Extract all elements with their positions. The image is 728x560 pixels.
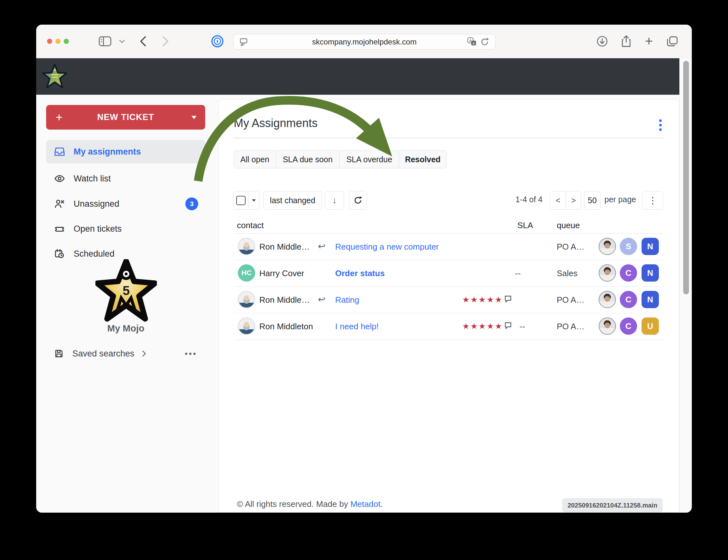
ticket-subject-link[interactable]: Requesting a new computer [335,242,439,252]
page-menu-kebab-icon[interactable] [654,118,667,132]
next-page-button[interactable]: > [566,191,581,209]
sidebar-item-label: Scheduled [74,249,115,259]
sidebar-item-label: Open tickets [74,224,122,234]
svg-text:x: x [473,42,475,45]
queue-name: PO A… [557,295,585,305]
column-header-contact[interactable]: contact [237,221,264,231]
contact-avatar [238,317,255,335]
table-divider [234,233,664,234]
url-text: skcompany.mojohelpdesk.com [312,37,417,46]
saved-searches-menu-icon[interactable] [185,353,196,355]
assignee-avatar[interactable] [599,264,616,281]
table-divider [234,286,664,287]
sidebar-toggle-icon[interactable] [97,34,113,48]
assignee-badge[interactable]: C [620,264,637,281]
ticket-subject-link[interactable]: I need help! [335,321,379,331]
footer-copyright: © All rights reserved. Made by Metadot. [237,499,383,509]
rating-stars: ★★★★★ [462,321,503,331]
pagination-range: 1-4 of 4 [515,195,543,204]
translate-icon[interactable]: Ax [467,37,477,47]
comment-icon [504,321,512,329]
new-ticket-button[interactable]: + NEW TICKET [46,105,205,130]
forward-button[interactable] [158,34,173,48]
contact-avatar [238,238,255,255]
page-settings-icon[interactable] [239,37,248,46]
tab-sla-overdue[interactable]: SLA overdue [340,151,399,168]
sidebar-item-label: Watch list [74,174,111,184]
chevron-right-icon [142,350,147,357]
new-tab-button[interactable]: + [642,34,656,48]
table-divider [234,339,664,340]
toolbar-chevron-down-icon[interactable] [117,34,127,48]
select-all-checkbox[interactable] [233,191,248,209]
page-size-input[interactable]: 50 [584,191,601,210]
reload-icon[interactable] [480,37,489,47]
assignee-badge[interactable]: C [620,291,637,308]
refresh-button[interactable] [349,191,367,210]
sort-direction-button[interactable]: ↓ [325,191,344,210]
assignee-avatar[interactable] [599,291,616,308]
ticket-subject-link[interactable]: Order status [335,269,385,279]
build-version-badge: 20250916202104Z.11258.main [562,498,663,512]
per-page-label: per page [604,195,636,204]
minimize-window-button[interactable] [55,39,61,44]
sidebar-item-open-tickets[interactable]: Open tickets [46,217,205,241]
calendar-clock-icon [54,248,65,259]
page-scrollbar[interactable] [679,58,692,513]
queue-name: Sales [557,269,578,279]
tab-all-open[interactable]: All open [234,151,276,168]
pagination-buttons: < > [550,191,581,210]
assignee-badge[interactable]: U [642,317,659,335]
select-all-split-button [233,191,259,210]
assignee-avatar[interactable] [599,317,616,335]
tab-resolved[interactable]: Resolved [399,151,446,168]
column-header-queue[interactable]: queue [557,221,580,231]
rating-stars: ★★★★★ [462,295,503,304]
close-window-button[interactable] [47,39,52,44]
scrollbar-thumb[interactable] [683,61,689,294]
back-button[interactable] [136,34,150,48]
contact-name: Harry Cover [259,269,304,279]
list-menu-kebab-button[interactable]: ⋮ [643,191,663,210]
metadot-link[interactable]: Metadot [350,499,380,509]
company-logo[interactable] [42,63,68,90]
contact-avatar [238,291,255,308]
sla-value: -- [515,269,521,279]
contact-name: Ron Middle… [259,242,310,252]
filter-tabs: All open SLA due soon SLA overdue Resolv… [234,150,447,168]
new-ticket-label: NEW TICKET [97,112,154,122]
share-button[interactable] [619,34,633,48]
password-extension-icon[interactable] [210,34,224,48]
contact-name: Ron Middle… [259,295,310,305]
assignee-badge[interactable]: C [620,317,637,335]
ticket-icon [54,223,65,234]
table-divider [234,313,664,313]
downloads-button[interactable] [595,34,609,48]
assignee-badge[interactable]: N [642,238,659,255]
prev-page-button[interactable]: < [550,191,566,209]
unassigned-count-badge: 3 [185,198,198,210]
eye-icon [54,173,65,184]
select-menu-caret-icon[interactable] [248,191,259,209]
assignee-avatar[interactable] [599,238,616,255]
app-header: SK Company ! status.id:(50 OR 60) AND as… [36,58,679,95]
assignee-badge[interactable]: N [642,264,659,281]
browser-window: skcompany.mojohelpdesk.com Ax + [36,25,692,513]
tab-overview-button[interactable] [665,34,680,48]
tab-sla-due-soon[interactable]: SLA due soon [276,151,340,168]
mojo-star-graphic: 5 [95,259,157,322]
sidebar-item-watch-list[interactable]: Watch list [46,167,205,191]
sidebar-item-my-assignments[interactable]: My assignments [46,140,205,164]
sort-field-button[interactable]: last changed [263,191,322,210]
sidebar-item-unassigned[interactable]: Unassigned 3 [46,192,205,216]
address-bar[interactable]: skcompany.mojohelpdesk.com Ax [233,34,496,50]
ticket-subject-link[interactable]: Rating [335,295,359,305]
assignee-badge[interactable]: N [642,291,659,308]
zoom-window-button[interactable] [64,39,69,44]
saved-searches-label: Saved searches [72,349,134,359]
title-divider [234,138,664,138]
assignee-badge[interactable]: S [620,238,637,255]
sidebar-item-saved-searches[interactable]: Saved searches [46,342,205,365]
column-header-sla[interactable]: SLA [517,221,533,231]
copyright-period: . [380,499,383,509]
